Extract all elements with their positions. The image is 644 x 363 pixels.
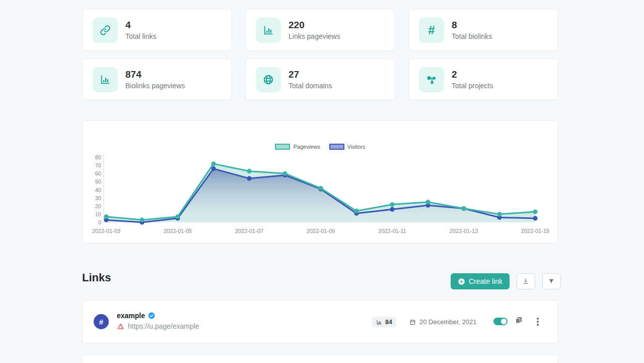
svg-text:20: 20	[95, 203, 101, 209]
svg-text:10: 10	[95, 211, 101, 217]
stats-grid: 4 Total links 220 Links pageviews #	[82, 9, 558, 100]
svg-text:30: 30	[95, 195, 101, 201]
links-section-title: Links	[82, 271, 111, 284]
svg-text:40: 40	[95, 187, 101, 193]
svg-text:2022-01-09: 2022-01-09	[307, 228, 335, 234]
svg-text:2022-01-11: 2022-01-11	[378, 228, 406, 234]
stat-card-links-pageviews: 220 Links pageviews	[245, 9, 395, 51]
traffic-chart-card: Pageviews Visitors 010203040506070802022…	[82, 120, 558, 244]
row-menu-button[interactable]	[535, 316, 541, 328]
copy-icon	[515, 316, 523, 324]
svg-text:2022-01-07: 2022-01-07	[235, 228, 263, 234]
link-avatar: #	[94, 314, 109, 329]
stat-value: 27	[289, 69, 332, 80]
stat-card-total-biolinks: # 8 Total biolinks	[408, 9, 558, 51]
svg-text:60: 60	[95, 170, 101, 176]
svg-text:70: 70	[95, 162, 101, 168]
date-text: 20 December, 2021	[419, 318, 476, 326]
link-icon	[93, 18, 118, 43]
legend-label: Visitors	[347, 144, 366, 150]
link-name[interactable]: example	[117, 312, 155, 320]
filter-icon	[548, 278, 555, 285]
bar-chart-icon	[93, 67, 118, 92]
stat-label: Total biolinks	[452, 32, 492, 40]
svg-text:2022-01-05: 2022-01-05	[164, 228, 192, 234]
export-button[interactable]	[517, 273, 535, 289]
hash-icon: #	[419, 18, 444, 43]
chart-legend: Pageviews Visitors	[83, 144, 558, 150]
pageviews-badge: 84	[372, 317, 396, 327]
stat-label: Links pageviews	[289, 32, 340, 40]
traffic-area-chart: 010203040506070802022-01-032022-01-05202…	[83, 121, 558, 243]
svg-text:2022-01-03: 2022-01-03	[92, 228, 120, 234]
filter-button[interactable]	[542, 273, 561, 289]
calendar-icon	[409, 319, 416, 325]
link-enabled-toggle[interactable]	[493, 318, 508, 325]
bar-chart-icon	[256, 18, 281, 43]
stat-value: 8	[452, 20, 492, 31]
svg-text:80: 80	[95, 154, 101, 160]
svg-text:50: 50	[95, 178, 101, 185]
stat-value: 220	[289, 20, 340, 31]
plus-circle-icon	[458, 278, 465, 285]
stat-label: Total projects	[452, 82, 493, 90]
legend-item-pageviews[interactable]: Pageviews	[275, 144, 320, 150]
svg-text:2022-01-15: 2022-01-15	[521, 228, 549, 234]
globe-icon	[256, 67, 281, 92]
stat-card-total-projects: 2 Total projects	[408, 58, 558, 100]
bar-chart-icon	[376, 319, 382, 325]
created-date: 20 December, 2021	[409, 318, 476, 326]
stat-value: 874	[125, 69, 185, 80]
create-link-label: Create link	[469, 277, 503, 285]
pageviews-count: 84	[385, 319, 392, 326]
visitors-swatch	[329, 144, 344, 150]
copy-link-button[interactable]	[515, 316, 523, 324]
stat-card-total-domains: 27 Total domains	[245, 58, 395, 100]
stat-value: 4	[125, 20, 156, 31]
legend-item-visitors[interactable]: Visitors	[329, 144, 366, 150]
download-icon	[522, 278, 529, 285]
stat-value: 2	[452, 69, 493, 80]
link-url[interactable]: https://u.page/example	[128, 322, 199, 330]
stat-label: Biolinks pageviews	[125, 82, 185, 90]
svg-text:2022-01-13: 2022-01-13	[450, 228, 478, 234]
link-row: # example https://u.page/example	[82, 300, 558, 343]
pageviews-swatch	[275, 144, 290, 150]
stat-label: Total links	[125, 32, 156, 40]
link-row-partial	[82, 354, 558, 363]
toggle-knob	[501, 319, 507, 324]
dashboard-screen: 4 Total links 220 Links pageviews #	[0, 0, 644, 363]
legend-label: Pageviews	[293, 144, 320, 150]
stat-card-biolinks-pageviews: 874 Biolinks pageviews	[82, 58, 232, 100]
stat-label: Total domains	[289, 82, 332, 90]
sitemap-icon	[419, 67, 444, 92]
create-link-button[interactable]: Create link	[451, 273, 510, 289]
links-actions: Create link	[451, 273, 561, 289]
stat-card-total-links: 4 Total links	[82, 9, 232, 51]
verified-badge-icon	[148, 312, 155, 319]
svg-text:0: 0	[98, 219, 101, 225]
favicon-icon	[117, 323, 124, 330]
